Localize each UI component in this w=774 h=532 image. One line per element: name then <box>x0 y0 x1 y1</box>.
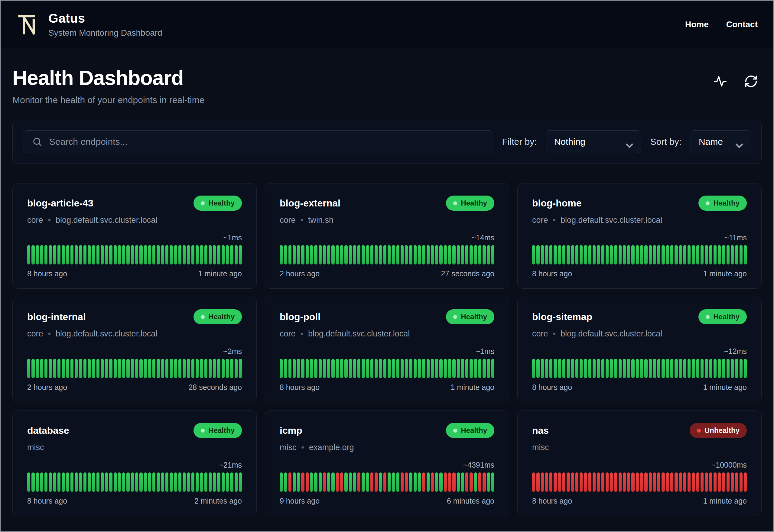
endpoint-card[interactable]: blog-article-43 Healthy core • blog.defa… <box>12 183 257 289</box>
status-dot-icon <box>453 315 457 319</box>
uptime-bar <box>683 245 686 264</box>
endpoint-group: core <box>532 216 548 225</box>
uptime-bar <box>36 245 39 264</box>
status-label: Healthy <box>461 313 487 321</box>
uptime-bar <box>614 472 617 492</box>
uptime-bar <box>101 472 104 492</box>
uptime-bar <box>62 245 65 264</box>
endpoint-card[interactable]: blog-home Healthy core • blog.default.sv… <box>517 183 762 289</box>
uptime-bar <box>49 472 52 492</box>
uptime-bar <box>209 245 212 264</box>
activity-icon[interactable] <box>713 74 727 88</box>
uptime-bar <box>567 472 570 492</box>
uptime-bar <box>562 245 565 264</box>
uptime-bar <box>435 472 438 492</box>
tn-monogram-logo[interactable] <box>16 12 41 37</box>
uptime-bar <box>191 472 194 492</box>
uptime-bar <box>297 359 300 378</box>
uptime-bar <box>709 472 712 492</box>
uptime-bar <box>148 472 151 492</box>
uptime-bar <box>183 245 186 264</box>
uptime-bar <box>705 472 708 492</box>
uptime-bar <box>310 472 313 492</box>
uptime-bar <box>465 245 468 264</box>
uptime-bar <box>405 359 408 378</box>
nav-link-contact[interactable]: Contact <box>726 20 758 29</box>
uptime-bars <box>532 245 747 264</box>
search-input[interactable] <box>23 130 493 153</box>
endpoint-card[interactable]: blog-external Healthy core • twin.sh ~14… <box>265 183 509 289</box>
uptime-bar <box>597 359 600 378</box>
endpoint-meta: core • twin.sh <box>280 216 494 225</box>
uptime-bar <box>541 472 544 492</box>
time-oldest: 9 hours ago <box>280 497 320 505</box>
dot-separator: • <box>48 216 51 225</box>
endpoint-card[interactable]: blog-internal Healthy core • blog.defaul… <box>12 297 257 402</box>
uptime-bar <box>444 472 447 492</box>
uptime-bar <box>323 472 326 492</box>
uptime-bar <box>696 245 699 264</box>
uptime-bar <box>554 245 557 264</box>
endpoint-card[interactable]: blog-poll Healthy core • blog.default.sv… <box>265 297 509 402</box>
uptime-bar <box>152 245 155 264</box>
uptime-bar <box>558 359 561 378</box>
app-title: Gatus <box>48 11 162 26</box>
uptime-bar <box>597 245 600 264</box>
uptime-bar <box>293 245 296 264</box>
uptime-bar <box>105 472 108 492</box>
uptime-bar <box>152 359 155 378</box>
uptime-bar <box>57 472 60 492</box>
uptime-bar <box>178 359 181 378</box>
uptime-bar <box>688 472 691 492</box>
uptime-bar <box>70 472 73 492</box>
uptime-bar <box>344 472 347 492</box>
uptime-bar <box>483 359 486 378</box>
uptime-bar <box>297 245 300 264</box>
uptime-bar <box>135 472 138 492</box>
uptime-bar <box>88 472 91 492</box>
uptime-bar <box>118 359 121 378</box>
uptime-bar <box>457 359 460 378</box>
endpoint-host: blog.default.svc.cluster.local <box>561 216 662 225</box>
uptime-bar <box>688 245 691 264</box>
endpoint-card[interactable]: blog-sitemap Healthy core • blog.default… <box>517 297 762 402</box>
uptime-bar <box>427 359 430 378</box>
refresh-icon[interactable] <box>744 74 758 88</box>
uptime-bar <box>230 245 233 264</box>
endpoint-card[interactable]: database Healthy misc ~21ms 8 hours ago … <box>12 410 257 516</box>
time-oldest: 8 hours ago <box>27 269 67 278</box>
page-head: Health Dashboard Monitor the health of y… <box>12 66 762 105</box>
uptime-bar <box>692 245 695 264</box>
filter-select[interactable]: Nothing <box>546 130 641 153</box>
uptime-bar <box>474 245 477 264</box>
uptime-bar <box>636 245 639 264</box>
uptime-bar <box>31 245 34 264</box>
endpoint-card[interactable]: icmp Healthy misc • example.org ~4391ms … <box>265 410 509 516</box>
uptime-bar <box>644 472 647 492</box>
nav-link-home[interactable]: Home <box>685 20 709 29</box>
uptime-bar <box>31 359 34 378</box>
uptime-bar <box>554 359 557 378</box>
uptime-bar <box>36 472 39 492</box>
uptime-bar <box>62 359 65 378</box>
sort-select[interactable]: Name <box>691 130 751 153</box>
endpoint-card[interactable]: nas Unhealthy misc ~10000ms 8 hours ago … <box>517 410 762 516</box>
uptime-bar <box>314 245 317 264</box>
uptime-bar <box>375 359 378 378</box>
endpoint-latency: ~1ms <box>280 347 494 356</box>
uptime-bar <box>584 359 587 378</box>
uptime-bar <box>653 245 656 264</box>
uptime-bar <box>204 245 207 264</box>
status-dot-icon <box>706 201 710 205</box>
uptime-bar <box>597 472 600 492</box>
endpoint-latency: ~14ms <box>280 233 494 242</box>
uptime-bar <box>670 359 673 378</box>
uptime-bar <box>722 245 725 264</box>
uptime-bar <box>288 359 291 378</box>
uptime-bar <box>44 359 47 378</box>
uptime-bar <box>536 245 539 264</box>
uptime-bar <box>222 472 225 492</box>
uptime-bar <box>487 472 490 492</box>
uptime-bar <box>414 359 417 378</box>
uptime-bar <box>692 472 695 492</box>
